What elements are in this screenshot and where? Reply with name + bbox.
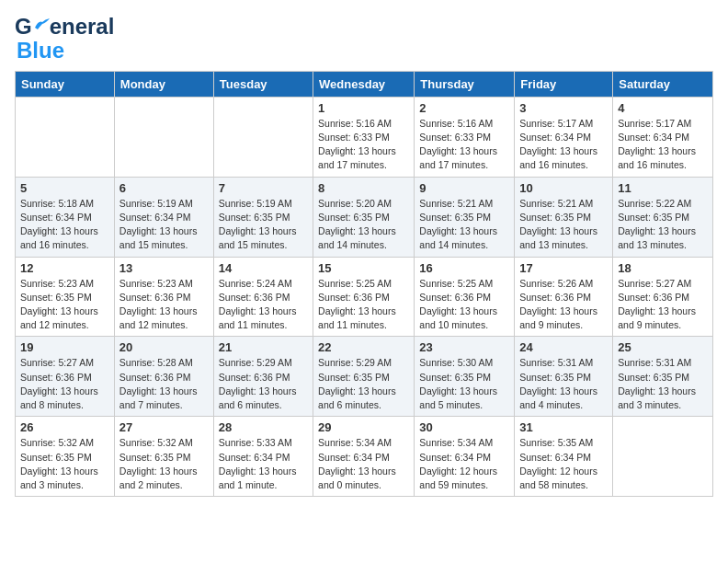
calendar-day-30: 30Sunrise: 5:34 AM Sunset: 6:34 PM Dayli… bbox=[415, 417, 515, 497]
calendar-day-4: 4Sunrise: 5:17 AM Sunset: 6:34 PM Daylig… bbox=[613, 97, 713, 177]
day-number: 2 bbox=[419, 101, 509, 115]
calendar-day-empty bbox=[213, 97, 313, 177]
day-number: 24 bbox=[519, 340, 608, 354]
day-number: 17 bbox=[519, 261, 608, 275]
day-number: 13 bbox=[119, 261, 209, 275]
day-info: Sunrise: 5:33 AM Sunset: 6:34 PM Dayligh… bbox=[219, 436, 308, 492]
page: G eneral Blue SundayMondayTuesdayWednesd… bbox=[0, 0, 728, 511]
day-number: 29 bbox=[318, 420, 409, 434]
weekday-header-row: SundayMondayTuesdayWednesdayThursdayFrid… bbox=[16, 71, 713, 97]
calendar-day-16: 16Sunrise: 5:25 AM Sunset: 6:36 PM Dayli… bbox=[415, 257, 515, 337]
calendar-day-31: 31Sunrise: 5:35 AM Sunset: 6:34 PM Dayli… bbox=[515, 417, 613, 497]
calendar-day-empty bbox=[613, 417, 713, 497]
weekday-header-thursday: Thursday bbox=[415, 71, 515, 97]
calendar-day-15: 15Sunrise: 5:25 AM Sunset: 6:36 PM Dayli… bbox=[313, 257, 415, 337]
calendar-day-5: 5Sunrise: 5:18 AM Sunset: 6:34 PM Daylig… bbox=[16, 177, 115, 257]
day-number: 9 bbox=[419, 181, 509, 195]
calendar-day-6: 6Sunrise: 5:19 AM Sunset: 6:34 PM Daylig… bbox=[114, 177, 213, 257]
day-number: 31 bbox=[519, 420, 608, 434]
logo-general-g: G bbox=[15, 15, 32, 39]
day-info: Sunrise: 5:16 AM Sunset: 6:33 PM Dayligh… bbox=[419, 117, 509, 173]
weekday-header-saturday: Saturday bbox=[613, 71, 713, 97]
day-number: 8 bbox=[318, 181, 409, 195]
calendar-day-empty bbox=[16, 97, 115, 177]
calendar-day-22: 22Sunrise: 5:29 AM Sunset: 6:35 PM Dayli… bbox=[313, 337, 415, 417]
day-number: 19 bbox=[20, 340, 109, 354]
weekday-header-monday: Monday bbox=[114, 71, 213, 97]
day-info: Sunrise: 5:19 AM Sunset: 6:35 PM Dayligh… bbox=[219, 197, 308, 253]
day-info: Sunrise: 5:20 AM Sunset: 6:35 PM Dayligh… bbox=[318, 197, 409, 253]
calendar-day-11: 11Sunrise: 5:22 AM Sunset: 6:35 PM Dayli… bbox=[613, 177, 713, 257]
weekday-header-sunday: Sunday bbox=[16, 71, 115, 97]
day-info: Sunrise: 5:31 AM Sunset: 6:35 PM Dayligh… bbox=[519, 356, 608, 412]
calendar-day-21: 21Sunrise: 5:29 AM Sunset: 6:36 PM Dayli… bbox=[213, 337, 313, 417]
weekday-header-tuesday: Tuesday bbox=[213, 71, 313, 97]
weekday-header-friday: Friday bbox=[515, 71, 613, 97]
calendar-day-17: 17Sunrise: 5:26 AM Sunset: 6:36 PM Dayli… bbox=[515, 257, 613, 337]
day-number: 18 bbox=[618, 261, 708, 275]
day-info: Sunrise: 5:35 AM Sunset: 6:34 PM Dayligh… bbox=[519, 436, 608, 492]
day-info: Sunrise: 5:25 AM Sunset: 6:36 PM Dayligh… bbox=[318, 277, 409, 333]
day-info: Sunrise: 5:21 AM Sunset: 6:35 PM Dayligh… bbox=[419, 197, 509, 253]
calendar-day-25: 25Sunrise: 5:31 AM Sunset: 6:35 PM Dayli… bbox=[613, 337, 713, 417]
day-number: 15 bbox=[318, 261, 409, 275]
calendar-week-row: 5Sunrise: 5:18 AM Sunset: 6:34 PM Daylig… bbox=[16, 177, 713, 257]
day-number: 1 bbox=[318, 101, 409, 115]
calendar-day-12: 12Sunrise: 5:23 AM Sunset: 6:35 PM Dayli… bbox=[16, 257, 115, 337]
calendar-week-row: 19Sunrise: 5:27 AM Sunset: 6:36 PM Dayli… bbox=[16, 337, 713, 417]
day-info: Sunrise: 5:25 AM Sunset: 6:36 PM Dayligh… bbox=[419, 277, 509, 333]
day-number: 28 bbox=[219, 420, 308, 434]
logo-bird-icon bbox=[33, 18, 50, 31]
calendar-day-2: 2Sunrise: 5:16 AM Sunset: 6:33 PM Daylig… bbox=[415, 97, 515, 177]
day-info: Sunrise: 5:29 AM Sunset: 6:36 PM Dayligh… bbox=[219, 356, 308, 412]
calendar-week-row: 12Sunrise: 5:23 AM Sunset: 6:35 PM Dayli… bbox=[16, 257, 713, 337]
day-info: Sunrise: 5:29 AM Sunset: 6:35 PM Dayligh… bbox=[318, 356, 409, 412]
calendar-day-27: 27Sunrise: 5:32 AM Sunset: 6:35 PM Dayli… bbox=[114, 417, 213, 497]
calendar-day-14: 14Sunrise: 5:24 AM Sunset: 6:36 PM Dayli… bbox=[213, 257, 313, 337]
day-info: Sunrise: 5:18 AM Sunset: 6:34 PM Dayligh… bbox=[20, 197, 109, 253]
day-info: Sunrise: 5:28 AM Sunset: 6:36 PM Dayligh… bbox=[119, 356, 209, 412]
logo-general-rest: eneral bbox=[50, 15, 115, 39]
day-number: 6 bbox=[119, 181, 209, 195]
calendar-day-26: 26Sunrise: 5:32 AM Sunset: 6:35 PM Dayli… bbox=[16, 417, 115, 497]
day-number: 7 bbox=[219, 181, 308, 195]
day-info: Sunrise: 5:17 AM Sunset: 6:34 PM Dayligh… bbox=[618, 117, 708, 173]
day-number: 3 bbox=[519, 101, 608, 115]
day-info: Sunrise: 5:27 AM Sunset: 6:36 PM Dayligh… bbox=[20, 356, 109, 412]
day-number: 11 bbox=[618, 181, 708, 195]
calendar-day-10: 10Sunrise: 5:21 AM Sunset: 6:35 PM Dayli… bbox=[515, 177, 613, 257]
day-number: 22 bbox=[318, 340, 409, 354]
calendar-table: SundayMondayTuesdayWednesdayThursdayFrid… bbox=[15, 71, 713, 497]
day-number: 4 bbox=[618, 101, 708, 115]
calendar-week-row: 1Sunrise: 5:16 AM Sunset: 6:33 PM Daylig… bbox=[16, 97, 713, 177]
calendar-day-20: 20Sunrise: 5:28 AM Sunset: 6:36 PM Dayli… bbox=[114, 337, 213, 417]
day-info: Sunrise: 5:32 AM Sunset: 6:35 PM Dayligh… bbox=[119, 436, 209, 492]
calendar-week-row: 26Sunrise: 5:32 AM Sunset: 6:35 PM Dayli… bbox=[16, 417, 713, 497]
day-number: 16 bbox=[419, 261, 509, 275]
calendar-day-7: 7Sunrise: 5:19 AM Sunset: 6:35 PM Daylig… bbox=[213, 177, 313, 257]
day-number: 20 bbox=[119, 340, 209, 354]
calendar-day-empty bbox=[114, 97, 213, 177]
day-number: 25 bbox=[618, 340, 708, 354]
day-info: Sunrise: 5:19 AM Sunset: 6:34 PM Dayligh… bbox=[119, 197, 209, 253]
day-info: Sunrise: 5:32 AM Sunset: 6:35 PM Dayligh… bbox=[20, 436, 109, 492]
calendar-day-13: 13Sunrise: 5:23 AM Sunset: 6:36 PM Dayli… bbox=[114, 257, 213, 337]
day-info: Sunrise: 5:23 AM Sunset: 6:36 PM Dayligh… bbox=[119, 277, 209, 333]
day-number: 26 bbox=[20, 420, 109, 434]
calendar-day-9: 9Sunrise: 5:21 AM Sunset: 6:35 PM Daylig… bbox=[415, 177, 515, 257]
day-number: 5 bbox=[20, 181, 109, 195]
day-info: Sunrise: 5:16 AM Sunset: 6:33 PM Dayligh… bbox=[318, 117, 409, 173]
day-number: 12 bbox=[20, 261, 109, 275]
calendar-day-24: 24Sunrise: 5:31 AM Sunset: 6:35 PM Dayli… bbox=[515, 337, 613, 417]
logo-blue: Blue bbox=[17, 39, 64, 63]
calendar-day-3: 3Sunrise: 5:17 AM Sunset: 6:34 PM Daylig… bbox=[515, 97, 613, 177]
calendar-day-23: 23Sunrise: 5:30 AM Sunset: 6:35 PM Dayli… bbox=[415, 337, 515, 417]
calendar-day-29: 29Sunrise: 5:34 AM Sunset: 6:34 PM Dayli… bbox=[313, 417, 415, 497]
day-info: Sunrise: 5:23 AM Sunset: 6:35 PM Dayligh… bbox=[20, 277, 109, 333]
logo: G eneral Blue bbox=[15, 15, 114, 63]
calendar-day-8: 8Sunrise: 5:20 AM Sunset: 6:35 PM Daylig… bbox=[313, 177, 415, 257]
day-number: 27 bbox=[119, 420, 209, 434]
day-info: Sunrise: 5:27 AM Sunset: 6:36 PM Dayligh… bbox=[618, 277, 708, 333]
calendar-day-28: 28Sunrise: 5:33 AM Sunset: 6:34 PM Dayli… bbox=[213, 417, 313, 497]
day-number: 30 bbox=[419, 420, 509, 434]
